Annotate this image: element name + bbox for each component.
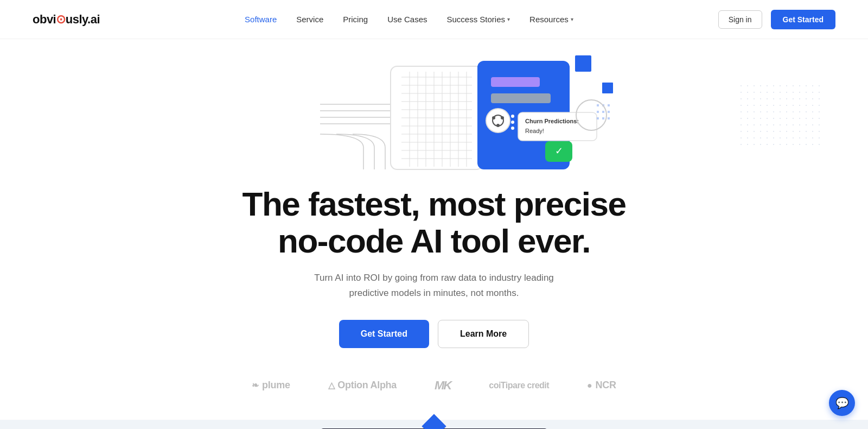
learn-more-button[interactable]: Learn More (438, 320, 529, 348)
signin-button[interactable]: Sign in (718, 10, 762, 29)
logo-mk: MK (435, 378, 451, 393)
get-started-hero-button[interactable]: Get Started (339, 320, 429, 348)
navbar: obvi⊙usly.ai Software Service Pricing Us… (0, 0, 868, 39)
nav-item-use-cases[interactable]: Use Cases (387, 15, 427, 24)
hero-subtext: Turn AI into ROI by going from raw data … (304, 270, 564, 300)
svg-rect-1 (602, 83, 613, 93)
hero-illustration: Churn Predictions: Ready! ✓ (244, 50, 624, 175)
nav-item-pricing[interactable]: Pricing (343, 15, 368, 24)
svg-rect-42 (597, 104, 599, 106)
svg-text:Churn Predictions:: Churn Predictions: (525, 118, 579, 124)
svg-text:✓: ✓ (555, 146, 563, 156)
svg-rect-47 (608, 111, 610, 113)
cta-buttons: Get Started Learn More (339, 320, 529, 348)
headline-line1: The fastest, most precise (242, 185, 626, 223)
get-started-nav-button[interactable]: Get Started (771, 10, 835, 29)
svg-rect-46 (602, 111, 604, 113)
svg-point-29 (486, 109, 510, 133)
svg-rect-48 (597, 117, 599, 119)
logo-ncr: ● NCR (587, 380, 616, 391)
nav-link-pricing[interactable]: Pricing (343, 15, 368, 24)
logos-bar: ❧ plume △ Option Alpha MK coiTipare cred… (252, 378, 616, 403)
plume-icon: ❧ (252, 380, 259, 390)
option-alpha-icon: △ (328, 380, 335, 390)
nav-dropdown-success-stories[interactable]: Success Stories ▾ (447, 15, 510, 24)
headline-line2: no-code AI tool ever. (278, 222, 590, 260)
nav-item-resources[interactable]: Resources ▾ (529, 15, 573, 24)
hero-section: Churn Predictions: Ready! ✓ The fast (0, 39, 868, 420)
svg-rect-0 (575, 55, 591, 72)
nav-link-service[interactable]: Service (296, 15, 323, 24)
svg-point-33 (496, 124, 500, 127)
logo-option-alpha: △ Option Alpha (328, 380, 397, 391)
svg-rect-37 (518, 112, 597, 141)
nav-item-service[interactable]: Service (296, 15, 323, 24)
chevron-down-icon: ▾ (507, 16, 510, 22)
chat-bubble-button[interactable]: 💬 (829, 390, 855, 416)
svg-rect-50 (608, 117, 610, 119)
svg-point-34 (511, 115, 514, 118)
hero-headline: The fastest, most precise no-code AI too… (242, 186, 626, 260)
svg-rect-28 (491, 93, 551, 103)
nav-actions: Sign in Get Started (718, 10, 835, 29)
svg-rect-49 (602, 117, 604, 119)
svg-point-31 (492, 116, 495, 119)
svg-point-35 (511, 121, 514, 124)
decorative-dots (738, 83, 825, 148)
nav-link-software[interactable]: Software (245, 15, 277, 24)
logo-dot: ⊙ (56, 12, 66, 26)
chat-icon: 💬 (835, 396, 849, 409)
nav-item-success-stories[interactable]: Success Stories ▾ (447, 15, 510, 24)
logo-plume: ❧ plume (252, 380, 290, 391)
ncr-icon: ● (587, 381, 592, 390)
svg-text:Ready!: Ready! (525, 128, 544, 134)
logo-compare-credit: coiTipare credit (489, 381, 549, 390)
nav-link-use-cases[interactable]: Use Cases (387, 15, 427, 24)
nav-links: Software Service Pricing Use Cases Succe… (245, 15, 573, 24)
svg-rect-27 (491, 77, 540, 87)
svg-rect-45 (597, 111, 599, 113)
svg-point-36 (511, 127, 514, 130)
bottom-preview-section (0, 420, 868, 429)
chevron-down-icon-2: ▾ (571, 16, 573, 22)
logo[interactable]: obvi⊙usly.ai (33, 12, 100, 27)
nav-item-software[interactable]: Software (245, 15, 277, 24)
svg-rect-44 (608, 104, 610, 106)
svg-point-32 (501, 116, 504, 119)
nav-dropdown-resources[interactable]: Resources ▾ (529, 15, 573, 24)
